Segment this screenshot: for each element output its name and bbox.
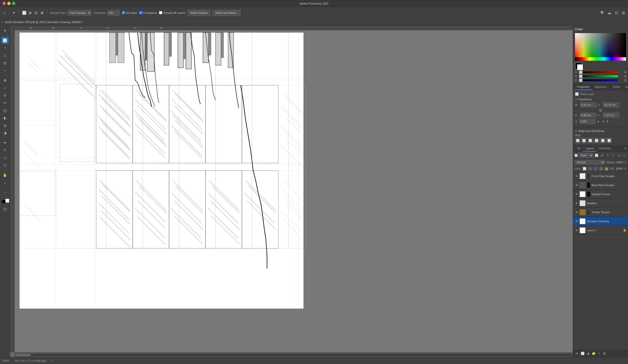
tab-3d[interactable]: 3D [574,145,583,152]
layer-visibility-elevation[interactable]: 👁 [574,219,579,223]
more-tools-icon[interactable]: ··· [1,189,9,196]
arrange-icon[interactable]: ⊞ [621,10,626,15]
align-vertical-centers-button[interactable]: ⬜ [600,138,606,143]
add-selection-icon[interactable]: ⊞ [28,10,33,15]
blur-tool-icon[interactable]: ◎ [1,122,9,129]
object-select-icon[interactable]: ◻ [1,52,9,59]
transform-header[interactable]: ▼ Transform [575,98,626,101]
layer-visibility-shadow[interactable]: 👁 [574,201,579,205]
tab-styles[interactable]: Styles [610,84,623,90]
filter-type-icon[interactable]: T [605,153,610,158]
align-bottom-edges-button[interactable]: ⬜ [606,138,612,143]
hand-tool-icon[interactable]: ✋ [1,172,9,179]
align-horizontal-centers-button[interactable]: ⬜ [581,138,587,143]
eyedropper-icon[interactable]: ⟐ [1,67,9,74]
brush-tool-icon[interactable]: ⟐ [1,84,9,91]
tab-properties[interactable]: Properties [574,84,592,90]
tab-swatches[interactable]: Swatches [623,84,628,90]
layer-visibility-layer2[interactable]: 👁 [574,228,579,232]
subtract-selection-icon[interactable]: ⊟ [34,10,39,15]
anti-alias-checkbox[interactable] [122,11,125,14]
maximize-button[interactable] [12,2,15,5]
lasso-tool-icon[interactable]: ⌇ [1,44,9,51]
intersect-selection-icon[interactable]: ⊠ [40,10,45,15]
close-button[interactable] [3,2,6,5]
angle-input[interactable] [579,119,596,124]
path-select-icon[interactable]: ◁ [1,154,9,161]
link-proportions-icon[interactable]: ⛓ [599,109,602,112]
fill-arrow-icon[interactable]: ▼ [624,167,626,170]
filter-smart-icon[interactable]: ⊙ [616,153,621,158]
h-input[interactable] [580,113,596,118]
delete-layer-button[interactable]: 🗑 [602,351,607,356]
forward-arrow-icon[interactable]: > [51,359,53,362]
filter-pixel-icon[interactable]: ⬜ [594,153,599,158]
filter-toggle-icon[interactable]: ● [622,153,626,158]
b-slider-track[interactable] [579,79,618,81]
add-group-button[interactable]: 📁 [591,351,596,356]
magic-wand-icon[interactable]: ✦ [11,10,16,15]
scrollbar-thumb[interactable] [16,354,31,356]
b-slider-thumb[interactable] [579,79,583,82]
layer-item-layer-2[interactable]: 👁 Layer 2 🔒 [573,226,628,235]
horizontal-scrollbar[interactable] [15,352,573,357]
sample-all-layers-checkbox[interactable] [159,11,162,14]
layer-visibility-timber[interactable]: 👁 [574,210,579,214]
canvas-area[interactable]: 15 16 17 18 19 20 [10,26,573,357]
background-color[interactable] [5,199,9,203]
opacity-arrow-icon[interactable]: ▼ [624,161,626,164]
move-tool-icon[interactable]: ✦ [1,27,9,34]
filter-adjustment-icon[interactable]: ☰ [600,153,604,158]
layer-item-back-pipe-facade[interactable]: 👁 Back Pipe Facade [573,181,628,190]
align-right-edges-button[interactable]: ⬜ [588,138,593,143]
g-slider-track[interactable] [579,75,618,77]
align-top-edges-button[interactable]: ⬜ [594,138,599,143]
tolerance-input[interactable] [107,10,120,16]
minimize-button[interactable] [7,2,11,5]
gradient-tool-icon[interactable]: ◐ [1,114,9,121]
spot-heal-icon[interactable]: ⊕ [1,77,9,84]
r-slider-track[interactable] [579,71,618,73]
add-layer-fx-button[interactable]: fx [574,351,580,356]
blend-mode-select[interactable]: Normal [574,160,605,165]
zoom-tool-icon[interactable]: ⌕ [1,179,9,186]
layer-visibility-skylight[interactable]: 👁 [574,192,579,196]
select-subject-button[interactable]: Select Subject [187,10,211,16]
layer-item-elevation-drawing[interactable]: 👁 Elevation Drawing [573,217,628,226]
tab-channels[interactable]: Channels [596,145,613,152]
select-mask-button[interactable]: Select and Mask... [213,10,241,16]
align-left-edges-button[interactable]: ⬜ [575,138,581,143]
add-adjustment-button[interactable]: ◑ [586,351,591,356]
g-slider-thumb[interactable] [579,75,583,78]
text-tool-icon[interactable]: T [1,147,9,154]
layer-visibility-front-pipe[interactable]: 👁 [574,174,579,178]
rectangular-marquee-icon[interactable]: ⬜ [1,37,9,44]
layer-item-skylight-frame[interactable]: 👁 Skylight Frame [573,190,628,199]
layer-kind-select[interactable]: Kind [579,153,593,158]
crop-tool-icon[interactable]: ⊡ [1,59,9,66]
new-selection-icon[interactable]: ⬜ [22,10,27,15]
tab-layers[interactable]: Layers [583,145,596,152]
foreground-swatch[interactable] [575,62,582,69]
window-icon[interactable]: ⊡ [614,10,619,15]
add-layer-button[interactable]: + [597,351,602,356]
layer-item-shadow[interactable]: 👁 Shadow [573,199,628,208]
flip-h-icon[interactable]: ⇌ [602,120,605,123]
dodge-tool-icon[interactable]: ◑ [1,129,9,136]
quick-mask-icon[interactable]: ◫ [1,205,9,212]
align-header[interactable]: ▼ Align and Distribute [575,129,626,132]
shape-tool-icon[interactable]: ⬡ [1,162,9,169]
lock-all-icon[interactable]: 🔒 [605,167,609,171]
main-canvas[interactable] [15,30,573,352]
layer-item-timber-texture[interactable]: 👁 Timber Texture [573,208,628,217]
scrollbar-track[interactable] [16,354,572,356]
home-icon[interactable]: ⌂ [2,10,7,15]
y-input[interactable] [603,113,619,118]
clone-stamp-icon[interactable]: ⊙ [1,92,9,99]
layers-panel-menu-icon[interactable]: ≡ [624,147,626,151]
history-brush-icon[interactable]: ↩ [1,99,9,106]
lock-position-icon[interactable]: + [594,167,598,171]
lock-artboard-icon[interactable]: ⊡ [599,167,603,171]
cloud-icon[interactable]: ☁ [607,10,612,15]
r-slider-thumb[interactable] [579,70,583,74]
